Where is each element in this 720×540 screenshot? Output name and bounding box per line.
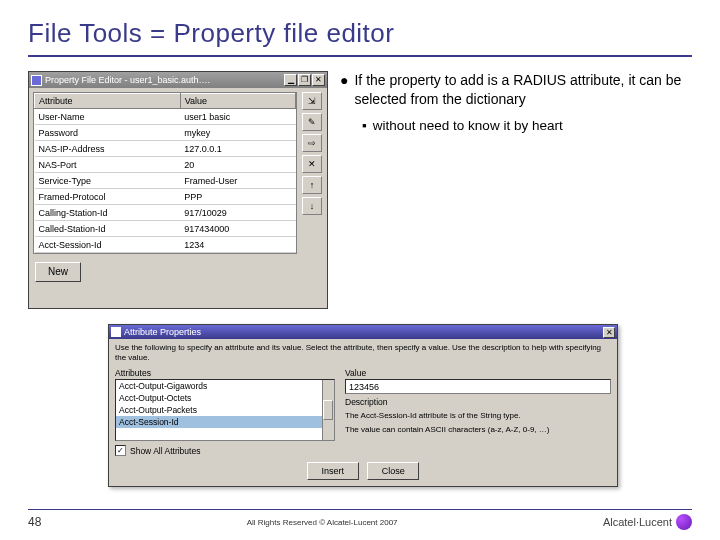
list-item[interactable]: Acct-Output-Gigawords [116,380,334,392]
cell-val: 917/10029 [180,205,295,221]
pfe-titlebar[interactable]: Property File Editor - user1_basic.auth…… [29,72,327,88]
bullet-dot-icon: ● [340,71,348,109]
ad-titlebar[interactable]: Attribute Properties ✕ [109,325,617,339]
bullet-square-icon: ▪ [362,117,367,135]
slide-title: File Tools = Property file editor [28,18,692,49]
scrollbar[interactable] [322,380,334,440]
ad-system-icon [111,327,121,337]
table-row[interactable]: NAS-IP-Address127.0.0.1 [35,141,296,157]
cell-val: Framed-User [180,173,295,189]
scrollbar-thumb[interactable] [323,400,333,420]
cell-attr: Password [35,125,181,141]
table-row[interactable]: Framed-ProtocolPPP [35,189,296,205]
col-value[interactable]: Value [180,94,295,109]
cell-val: 20 [180,157,295,173]
bullet1-text: If the property to add is a RADIUS attri… [354,71,692,109]
attributes-label: Attributes [115,368,335,378]
logo-swirl-icon [676,514,692,530]
close-icon[interactable]: ✕ [603,327,615,338]
new-button[interactable]: New [35,262,81,282]
description-text-2: The value can contain ASCII characters (… [345,425,611,435]
tool-expand-icon[interactable]: ⇲ [302,92,322,110]
col-attribute[interactable]: Attribute [35,94,181,109]
table-row[interactable]: Acct-Session-Id1234 [35,237,296,253]
bullet2-text: without need to know it by heart [373,117,563,135]
cell-attr: Acct-Session-Id [35,237,181,253]
value-label: Value [345,368,611,378]
show-all-label: Show All Attributes [130,446,200,456]
copyright-text: All Rights Reserved © Alcatel-Lucent 200… [41,518,603,527]
close-icon[interactable]: ✕ [312,74,325,86]
table-row[interactable]: Calling-Station-Id917/10029 [35,205,296,221]
minimize-icon[interactable]: ▁ [284,74,297,86]
show-all-checkbox[interactable]: ✓ [115,445,126,456]
cell-val: mykey [180,125,295,141]
cell-val: 1234 [180,237,295,253]
list-item[interactable]: Acct-Output-Packets [116,404,334,416]
cell-val: PPP [180,189,295,205]
table-row[interactable]: User-Nameuser1 basic [35,109,296,125]
cell-attr: NAS-IP-Address [35,141,181,157]
tool-delete-icon[interactable]: ✕ [302,155,322,173]
table-row[interactable]: Called-Station-Id917434000 [35,221,296,237]
cell-attr: Framed-Protocol [35,189,181,205]
alcatel-lucent-logo: Alcatel·Lucent [603,514,692,530]
tool-move-down-icon[interactable]: ↓ [302,197,322,215]
close-button[interactable]: Close [367,462,419,480]
property-file-editor-window: Property File Editor - user1_basic.auth…… [28,71,328,309]
attributes-listbox[interactable]: Acct-Output-Gigawords Acct-Output-Octets… [115,379,335,441]
table-row[interactable]: Passwordmykey [35,125,296,141]
description-label: Description [345,397,611,407]
table-row[interactable]: NAS-Port20 [35,157,296,173]
cell-attr: Called-Station-Id [35,221,181,237]
pfe-title-text: Property File Editor - user1_basic.auth…… [45,75,284,85]
list-item-selected[interactable]: Acct-Session-Id [116,416,334,428]
ad-instruction-text: Use the following to specify an attribut… [115,343,611,362]
maximize-icon[interactable]: ❐ [298,74,311,86]
bullet-level-2: ▪ without need to know it by heart [362,117,692,135]
logo-text: Alcatel·Lucent [603,516,672,528]
title-rule [28,55,692,57]
cell-val: user1 basic [180,109,295,125]
description-text-1: The Acct-Session-Id attribute is of the … [345,411,611,421]
footer-rule [28,509,692,510]
list-item[interactable]: Acct-Output-Octets [116,392,334,404]
cell-val: 127.0.0.1 [180,141,295,157]
cell-attr: Calling-Station-Id [35,205,181,221]
pfe-system-icon [31,75,42,86]
tool-move-up-icon[interactable]: ↑ [302,176,322,194]
table-row[interactable]: Service-TypeFramed-User [35,173,296,189]
value-input[interactable] [345,379,611,394]
bullet-level-1: ● If the property to add is a RADIUS att… [340,71,692,109]
cell-attr: User-Name [35,109,181,125]
tool-insert-icon[interactable]: ⇨ [302,134,322,152]
pfe-side-toolbar: ⇲ ✎ ⇨ ✕ ↑ ↓ [301,92,323,254]
attribute-properties-dialog: Attribute Properties ✕ Use the following… [108,324,618,487]
cell-attr: NAS-Port [35,157,181,173]
slide-footer: 48 All Rights Reserved © Alcatel-Lucent … [28,509,692,530]
ad-title-text: Attribute Properties [124,327,603,337]
cell-val: 917434000 [180,221,295,237]
cell-attr: Service-Type [35,173,181,189]
page-number: 48 [28,515,41,529]
tool-edit-icon[interactable]: ✎ [302,113,322,131]
pfe-table[interactable]: Attribute Value User-Nameuser1 basic Pas… [33,92,297,254]
insert-button[interactable]: Insert [307,462,359,480]
